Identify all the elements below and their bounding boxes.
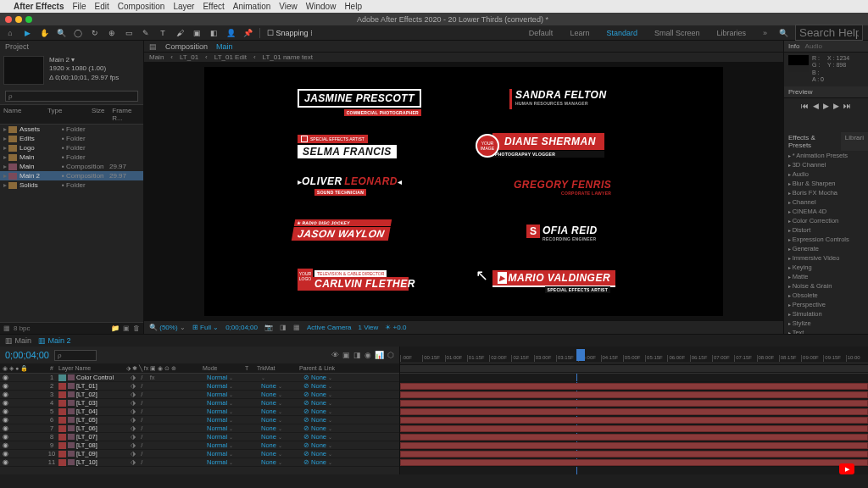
effect-category[interactable]: 3D Channel <box>784 160 868 169</box>
timecode-display[interactable]: 0;00;04;00 <box>225 324 258 331</box>
crumb-lt01-name[interactable]: LT_01 name text <box>263 53 313 61</box>
track-row[interactable] <box>400 408 868 416</box>
effect-category[interactable]: Obsolete <box>784 291 868 300</box>
zoom-dropdown[interactable]: 🔍 (50%) ⌄ <box>149 324 186 331</box>
minimize-window-icon[interactable] <box>15 16 22 23</box>
work-area-bar[interactable] <box>400 363 868 374</box>
project-column-headers[interactable]: NameTypeSizeFrame R... <box>0 104 143 125</box>
frameblend-icon[interactable]: ◨ <box>353 351 361 359</box>
menu-help[interactable]: Help <box>344 2 362 11</box>
motionblur-icon[interactable]: ◉ <box>364 351 371 359</box>
first-frame-icon[interactable]: ⏮ <box>801 102 809 110</box>
workspace-small[interactable]: Small Screen <box>649 29 705 37</box>
timeline-search-input[interactable] <box>54 350 97 361</box>
next-frame-icon[interactable]: ▶︎ <box>833 102 839 110</box>
trash-icon[interactable]: 🗑 <box>133 324 140 332</box>
project-search-input[interactable] <box>5 91 138 102</box>
interpret-icon[interactable]: ▦ <box>3 324 10 332</box>
effects-tab[interactable]: Effects & Presets <box>784 132 841 151</box>
effect-category[interactable]: Boris FX Mocha <box>784 188 868 197</box>
menu-composition[interactable]: Composition <box>118 2 165 11</box>
bpc-toggle[interactable]: 8 bpc <box>14 324 31 332</box>
last-frame-icon[interactable]: ⏭ <box>843 102 851 110</box>
effect-category[interactable]: Matte <box>784 272 868 281</box>
layer-row[interactable]: ◉5[LT_04]⬗ / Normal ⌄None ⌄⊘ None ⌄ <box>0 408 399 416</box>
track-row[interactable] <box>400 399 868 408</box>
layer-row[interactable]: ◉1Color Control⬗ / fxNormal ⌄ ⌄⊘ None ⌄ <box>0 374 399 382</box>
menu-file[interactable]: File <box>72 2 86 11</box>
track-row[interactable] <box>400 374 868 382</box>
workspace-libraries[interactable]: Libraries <box>711 29 751 37</box>
maximize-window-icon[interactable] <box>25 16 32 23</box>
effect-category[interactable]: Stylize <box>784 319 868 328</box>
play-icon[interactable]: ▶ <box>823 102 829 110</box>
new-comp-icon[interactable]: ▣ <box>123 324 130 332</box>
comp-panel-menu-icon[interactable]: ▤ <box>149 42 157 51</box>
track-row[interactable] <box>400 424 868 433</box>
anchor-tool-icon[interactable]: ⊕ <box>107 28 117 38</box>
effect-category[interactable]: Channel <box>784 197 868 207</box>
menu-window[interactable]: Window <box>306 2 337 11</box>
home-icon[interactable]: ⌂ <box>5 28 15 38</box>
text-tool-icon[interactable]: T <box>158 28 168 38</box>
views-dropdown[interactable]: 1 View <box>358 324 378 331</box>
rotate-tool-icon[interactable]: ↻ <box>90 28 100 38</box>
effect-category[interactable]: Simulation <box>784 309 868 319</box>
layer-row[interactable]: ◉2[LT_01]⬗ / Normal ⌄None ⌄⊘ None ⌄ <box>0 382 399 391</box>
close-window-icon[interactable] <box>5 16 12 23</box>
camera-dropdown[interactable]: Active Camera <box>307 324 351 331</box>
brush-tool-icon[interactable]: 🖌 <box>175 28 185 38</box>
layer-row[interactable]: ◉7[LT_06]⬗ / Normal ⌄None ⌄⊘ None ⌄ <box>0 424 399 433</box>
exposure-value[interactable]: ☀ +0.0 <box>385 324 406 331</box>
snapping-toggle[interactable]: ☐ Snapping ⁝ <box>267 29 313 37</box>
current-timecode[interactable]: 0;00;04;00 <box>5 350 49 360</box>
prev-frame-icon[interactable]: ◀︎ <box>813 102 819 110</box>
track-row[interactable] <box>400 433 868 441</box>
comp-active-name[interactable]: Main <box>216 42 233 51</box>
track-row[interactable] <box>400 416 868 424</box>
search-help-input[interactable] <box>795 25 863 41</box>
project-item[interactable]: ▸Main▪ Composition29.97 <box>0 162 143 171</box>
effect-category[interactable]: Text <box>784 328 868 334</box>
timeline-tab-main2[interactable]: ▥ Main 2 <box>38 336 71 345</box>
layer-row[interactable]: ◉9[LT_08]⬗ / Normal ⌄None ⌄⊘ None ⌄ <box>0 441 399 450</box>
effect-category[interactable]: * Animation Presets <box>784 151 868 160</box>
timeline-tab-main[interactable]: ▥ Main <box>5 336 31 345</box>
track-row[interactable] <box>400 391 868 399</box>
menu-effect[interactable]: Effect <box>203 2 224 11</box>
effect-category[interactable]: Immersive Video <box>784 253 868 263</box>
project-item[interactable]: ▸Solids▪ Folder <box>0 180 143 190</box>
project-item[interactable]: ▸Main▪ Folder <box>0 152 143 162</box>
playhead-icon[interactable] <box>576 349 585 361</box>
clone-tool-icon[interactable]: ▣ <box>192 28 202 38</box>
layer-row[interactable]: ◉3[LT_02]⬗ / Normal ⌄None ⌄⊘ None ⌄ <box>0 391 399 399</box>
new-folder-icon[interactable]: 📁 <box>111 324 120 332</box>
menu-edit[interactable]: Edit <box>95 2 109 11</box>
effect-category[interactable]: Color Correction <box>784 216 868 225</box>
workspace-default[interactable]: Default <box>524 29 559 37</box>
crumb-main[interactable]: Main <box>149 53 164 61</box>
composition-viewer[interactable]: JASMINE PRESCOTT COMMERCIAL PHOTOGRAPHER… <box>144 63 783 320</box>
hand-tool-icon[interactable]: ✋ <box>39 28 49 38</box>
roto-tool-icon[interactable]: 👤 <box>225 28 236 38</box>
youtube-icon[interactable]: ▶ <box>839 463 854 474</box>
layer-row[interactable]: ◉11[LT_10]⬗ / Normal ⌄None ⌄⊘ None ⌄ <box>0 458 399 467</box>
effects-list[interactable]: * Animation Presets3D ChannelAudioBlur &… <box>784 151 868 334</box>
transparency-icon[interactable]: ▦ <box>293 324 300 331</box>
app-menu[interactable]: After Effects <box>14 2 64 11</box>
effect-category[interactable]: Expression Controls <box>784 235 868 244</box>
time-ruler[interactable]: :00F00:15F01:00F01:15F02:00F02:15F03:00F… <box>400 347 868 363</box>
graph-icon[interactable]: 📊 <box>375 351 384 359</box>
layer-row[interactable]: ◉10[LT_09]⬗ / Normal ⌄None ⌄⊘ None ⌄ <box>0 450 399 458</box>
track-row[interactable] <box>400 382 868 391</box>
project-item[interactable]: ▸Assets▪ Folder <box>0 125 143 134</box>
draft3d-icon[interactable]: ▣ <box>342 351 350 359</box>
track-row[interactable] <box>400 450 868 458</box>
workspace-more-icon[interactable]: » <box>758 29 772 37</box>
asset-thumbnail[interactable] <box>3 56 44 85</box>
eraser-tool-icon[interactable]: ◧ <box>209 28 219 38</box>
track-row[interactable] <box>400 441 868 450</box>
channel-icon[interactable]: ◨ <box>280 324 287 331</box>
effect-category[interactable]: Keying <box>784 263 868 272</box>
shy-icon[interactable]: 👁 <box>331 351 339 359</box>
